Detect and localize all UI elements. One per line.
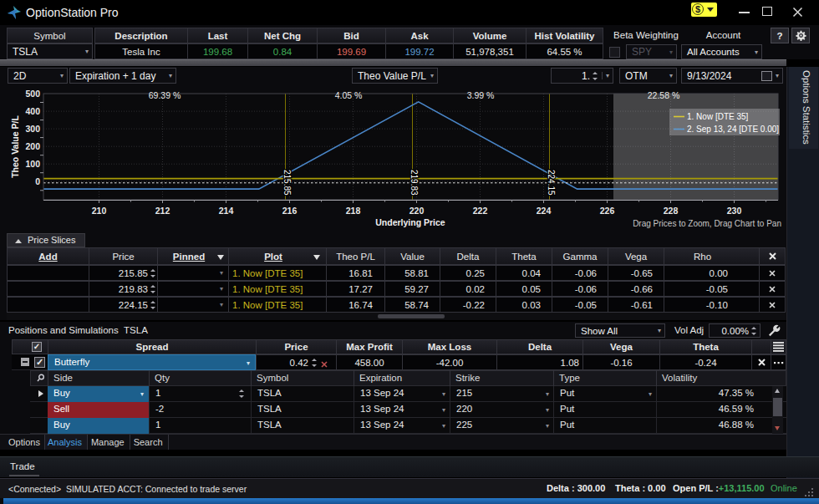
svg-text:215.85: 215.85 (282, 170, 292, 196)
svg-text:219.83: 219.83 (410, 170, 419, 196)
svg-text:230: 230 (727, 206, 742, 216)
svg-text:224: 224 (537, 206, 552, 216)
svg-text:Drag Prices to Zoom, Drag Char: Drag Prices to Zoom, Drag Chart to Pan (633, 219, 781, 228)
svg-text:222: 222 (473, 206, 488, 216)
svg-text:200: 200 (25, 141, 40, 151)
svg-text:216: 216 (282, 206, 298, 216)
svg-text:220: 220 (410, 206, 425, 216)
svg-text:0: 0 (35, 176, 40, 186)
svg-text:3.99 %: 3.99 % (467, 90, 495, 100)
svg-text:500: 500 (25, 89, 40, 99)
svg-text:400: 400 (25, 106, 40, 116)
svg-text:69.39 %: 69.39 % (149, 90, 181, 100)
svg-text:300: 300 (25, 124, 40, 134)
svg-text:218: 218 (346, 206, 361, 216)
svg-text:214: 214 (219, 206, 234, 216)
svg-text:1. Now [DTE 35]: 1. Now [DTE 35] (687, 112, 749, 121)
svg-text:22.58 %: 22.58 % (648, 90, 680, 100)
svg-text:Theo Value P/L: Theo Value P/L (10, 115, 20, 178)
svg-text:2. Sep 13, 24 [DTE 0.00]: 2. Sep 13, 24 [DTE 0.00] (687, 125, 779, 134)
svg-text:Underlying Price: Underlying Price (375, 217, 445, 227)
svg-text:226: 226 (600, 206, 615, 216)
svg-text:100: 100 (25, 159, 40, 169)
svg-text:4.05 %: 4.05 % (335, 90, 363, 100)
svg-text:212: 212 (155, 206, 170, 216)
svg-text:228: 228 (664, 206, 679, 216)
svg-text:224.15: 224.15 (547, 170, 556, 196)
svg-text:210: 210 (92, 206, 107, 216)
